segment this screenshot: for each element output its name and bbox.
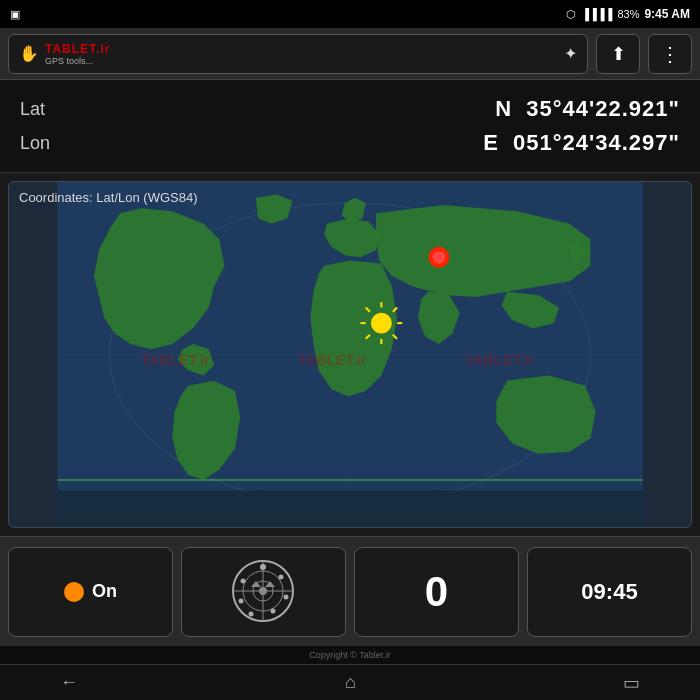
back-button[interactable]: ← [60,672,78,693]
status-dot [64,582,84,602]
status-left: ▣ [10,8,560,21]
svg-point-25 [260,564,266,570]
copyright-text: Copyright © Tablet.ir [309,650,391,660]
clock-button[interactable]: 09:45 [527,547,692,637]
map-panel: Coordinates: Lat/Lon (WGS84) [8,181,692,528]
on-label: On [92,581,117,602]
screen-icon: ▣ [10,8,20,21]
share-button[interactable]: ⬆ [596,34,640,74]
app-logo: TABLET.ir [45,42,110,56]
nav-bar: ← ⌂ ▭ [0,664,700,700]
on-indicator: On [64,581,117,602]
bluetooth-icon: ⬡ [566,8,576,21]
svg-point-31 [241,579,246,584]
satellite-radar [231,559,296,624]
counter-display: 0 [425,568,448,616]
logo-button[interactable]: ✋ TABLET.ir GPS tools... ✦ [8,34,588,74]
svg-point-32 [259,587,267,595]
on-button[interactable]: On [8,547,173,637]
more-icon: ⋮ [660,42,680,66]
star-icon: ✦ [564,44,577,63]
world-map: TABLET.ir TABLET.ir TABLET.ir [9,182,691,527]
svg-point-28 [271,609,276,614]
coordinates-panel: Lat N 35°44'22.921" Lon E 051°24'34.297" [0,80,700,173]
status-icons: ⬡ ▐▐▐▐ 83% 9:45 AM [566,7,690,21]
hand-icon: ✋ [19,44,39,63]
home-button[interactable]: ⌂ [345,672,356,693]
satellite-button[interactable] [181,547,346,637]
lon-value: E 051°24'34.297" [80,130,680,156]
time-display: 9:45 AM [644,7,690,21]
svg-point-10 [371,313,392,334]
svg-rect-4 [57,490,642,527]
svg-point-29 [249,612,254,617]
svg-text:TABLET.ir: TABLET.ir [298,352,367,368]
counter-button[interactable]: 0 [354,547,519,637]
longitude-row: Lon E 051°24'34.297" [20,126,680,160]
bottom-bar: On 0 09:45 [0,536,700,646]
svg-point-30 [239,599,244,604]
lon-label: Lon [20,133,80,154]
svg-point-9 [433,251,446,264]
copyright-bar: Copyright © Tablet.ir [0,646,700,664]
svg-text:TABLET.ir: TABLET.ir [141,352,210,368]
lat-label: Lat [20,99,80,120]
clock-display: 09:45 [581,579,637,605]
lat-value: N 35°44'22.921" [80,96,680,122]
map-title: Coordinates: Lat/Lon (WGS84) [19,190,197,205]
toolbar: ✋ TABLET.ir GPS tools... ✦ ⬆ ⋮ [0,28,700,80]
share-icon: ⬆ [611,43,626,65]
status-bar: ▣ ⬡ ▐▐▐▐ 83% 9:45 AM [0,0,700,28]
battery-text: 83% [617,8,639,20]
svg-point-27 [284,595,289,600]
signal-icon: ▐▐▐▐ [581,8,612,20]
more-button[interactable]: ⋮ [648,34,692,74]
recent-button[interactable]: ▭ [623,672,640,694]
svg-text:TABLET.ir: TABLET.ir [465,352,534,368]
app-subtitle: GPS tools... [45,56,110,66]
svg-point-26 [279,575,284,580]
latitude-row: Lat N 35°44'22.921" [20,92,680,126]
